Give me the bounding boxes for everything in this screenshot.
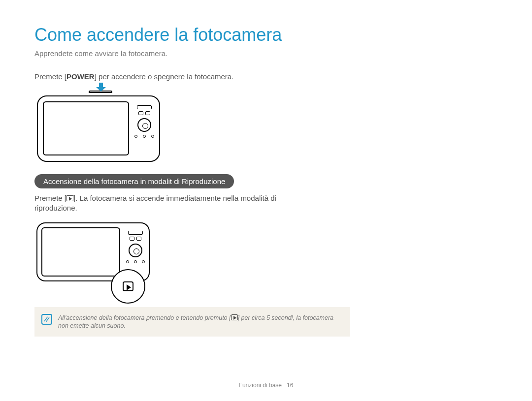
note-box: All'accensione della fotocamera premendo… xyxy=(34,307,350,337)
play-icon-large xyxy=(123,281,133,291)
footer-label: Funzioni di base xyxy=(239,382,282,389)
play-icon xyxy=(231,314,238,320)
footer-page-number: 16 xyxy=(287,382,293,389)
camera-figure-power xyxy=(34,86,163,164)
note-pre: All'accensione della fotocamera premendo… xyxy=(58,314,231,321)
instruction-pre: Premete [ xyxy=(34,72,66,81)
instruction-post: ] per accendere o spegnere la fotocamera… xyxy=(95,72,234,81)
section-header-pill: Accensione della fotocamera in modalit d… xyxy=(34,174,234,188)
play-icon xyxy=(66,195,73,201)
page-title: Come accendere la fotocamera xyxy=(34,25,498,45)
camera-screen-2 xyxy=(41,227,120,277)
camera-body xyxy=(37,95,160,162)
instruction-power-label: POWER xyxy=(66,72,95,81)
playback-instruction: Premete []. La fotocamera si accende imm… xyxy=(34,193,281,214)
page-subtitle: Apprendete come avviare la fotocamera. xyxy=(34,49,498,58)
note-icon xyxy=(41,314,52,325)
playback-pre: Premete [ xyxy=(34,194,66,202)
page-footer: Funzioni di base 16 xyxy=(0,382,532,389)
playback-button-callout xyxy=(111,269,145,304)
power-instruction: Premete [POWER] per accendere o spegnere… xyxy=(34,72,498,81)
camera-figure-playback xyxy=(34,218,153,295)
camera-controls-2 xyxy=(126,229,145,263)
camera-controls xyxy=(134,104,154,138)
camera-screen xyxy=(43,101,129,155)
